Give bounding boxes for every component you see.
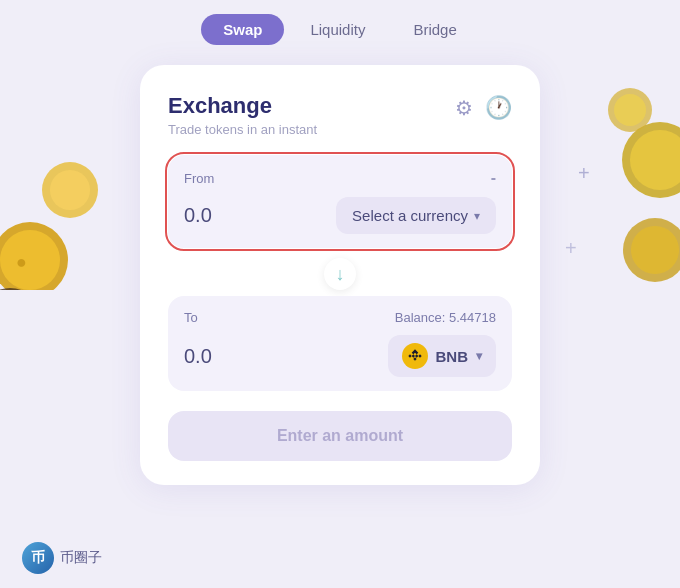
svg-point-1 (0, 230, 60, 290)
svg-point-6 (50, 170, 90, 210)
arrow-down-icon: ↓ (336, 264, 345, 285)
svg-point-0 (0, 222, 68, 290)
watermark-symbol: 币 (31, 549, 45, 567)
tab-bridge[interactable]: Bridge (391, 14, 478, 45)
left-coins: ● ‹ (0, 90, 120, 290)
from-value: 0.0 (184, 204, 212, 227)
card-action-icons: ⚙ 🕐 (455, 97, 512, 119)
svg-point-11 (614, 94, 646, 126)
from-box: From - 0.0 Select a currency ▾ (168, 155, 512, 248)
exchange-card: Exchange Trade tokens in an instant ⚙ 🕐 … (140, 65, 540, 485)
from-label: From (184, 171, 214, 186)
enter-amount-button[interactable]: Enter an amount (168, 411, 512, 461)
bnb-icon (402, 343, 428, 369)
bnb-chevron-icon: ▾ (476, 349, 482, 363)
svg-text:●: ● (16, 252, 27, 272)
tab-liquidity[interactable]: Liquidity (288, 14, 387, 45)
right-coins: + + (550, 80, 680, 300)
bnb-label: BNB (436, 348, 469, 365)
svg-point-3 (0, 288, 42, 290)
tab-swap[interactable]: Swap (201, 14, 284, 45)
card-subtitle: Trade tokens in an instant (168, 122, 317, 137)
from-dash: - (491, 169, 496, 187)
svg-point-10 (608, 88, 652, 132)
select-currency-label: Select a currency (352, 207, 468, 224)
gear-icon: ⚙ (455, 97, 473, 119)
watermark: 币 币圈子 (22, 542, 102, 574)
balance-label: Balance: (395, 310, 446, 325)
to-label: To (184, 310, 198, 325)
history-icon: 🕐 (485, 95, 512, 120)
to-box: To Balance: 5.44718 0.0 BNB (168, 296, 512, 391)
swap-direction-button[interactable]: ↓ (324, 258, 356, 290)
svg-point-13 (631, 226, 679, 274)
to-value: 0.0 (184, 345, 212, 368)
to-balance: Balance: 5.44718 (395, 310, 496, 325)
svg-text:+: + (565, 237, 577, 259)
navigation-tabs: Swap Liquidity Bridge (0, 0, 680, 55)
from-input-row: 0.0 Select a currency ▾ (184, 197, 496, 234)
svg-text:+: + (578, 162, 590, 184)
card-title: Exchange (168, 93, 317, 119)
svg-point-8 (622, 122, 680, 198)
card-title-area: Exchange Trade tokens in an instant (168, 93, 317, 137)
svg-point-5 (42, 162, 98, 218)
watermark-text: 币圈子 (60, 549, 102, 567)
currency-chevron-icon: ▾ (474, 209, 480, 223)
settings-button[interactable]: ⚙ (455, 98, 473, 118)
swap-arrow-area: ↓ (168, 252, 512, 296)
to-label-row: To Balance: 5.44718 (184, 310, 496, 325)
bnb-token-button[interactable]: BNB ▾ (388, 335, 497, 377)
svg-point-9 (630, 130, 680, 190)
balance-value: 5.44718 (449, 310, 496, 325)
from-label-row: From - (184, 169, 496, 187)
card-header: Exchange Trade tokens in an instant ⚙ 🕐 (168, 93, 512, 137)
select-currency-button[interactable]: Select a currency ▾ (336, 197, 496, 234)
to-input-row: 0.0 BNB ▾ (184, 335, 496, 377)
watermark-logo: 币 (22, 542, 54, 574)
history-button[interactable]: 🕐 (485, 97, 512, 119)
svg-point-12 (623, 218, 680, 282)
